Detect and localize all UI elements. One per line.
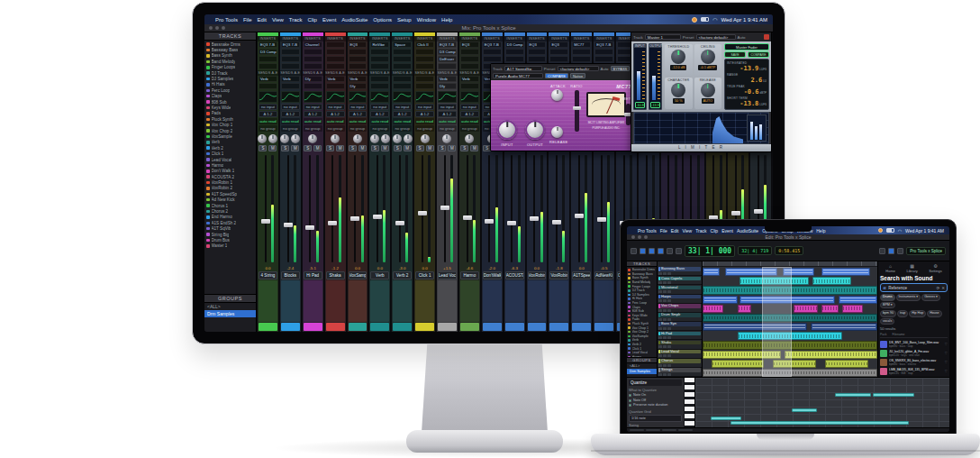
rsm-button[interactable] (667, 345, 671, 348)
tag-chip[interactable]: trap (897, 310, 908, 317)
fader-cap[interactable] (731, 211, 740, 215)
audio-clip[interactable] (825, 360, 869, 368)
solo-button[interactable]: S (349, 145, 357, 151)
favorite-icon[interactable]: ♡ (944, 351, 948, 355)
midi-note[interactable] (711, 417, 741, 420)
channel-name[interactable]: AdNewKick (594, 271, 613, 279)
limiter-knob-threshold[interactable]: THRESHOLD-12.0 dB (665, 44, 693, 76)
rsm-button[interactable] (667, 354, 671, 357)
channel-name[interactable]: Hi Pad (304, 271, 322, 279)
mixer-strip[interactable]: INSERTS A-EEQ3···SENDS A-EVerbDlyno inpu… (348, 32, 369, 332)
track-header[interactable]: Chorus (658, 359, 702, 368)
menu-view[interactable]: View (272, 17, 284, 23)
pan-knob[interactable] (442, 134, 451, 143)
audio-clip[interactable] (703, 323, 807, 331)
ratio-slider[interactable] (575, 90, 579, 132)
insert-slot[interactable]: EQ3 (460, 41, 479, 48)
rsm-button[interactable] (658, 373, 662, 376)
track-list[interactable]: Bassnake DrmsBassway BassBass SynthBand … (204, 41, 256, 294)
rsm-button[interactable] (663, 299, 667, 302)
comments-block[interactable] (460, 280, 479, 322)
insert-slot[interactable]: · (438, 63, 457, 69)
mute-button[interactable]: M (426, 145, 434, 151)
insert-slot[interactable]: EQ3 7-B (259, 41, 277, 48)
preset-selector[interactable]: <factory default> (696, 34, 736, 40)
sample-result-row[interactable]: DS_BNT_100_Bass_Loop_Slim.wavbpm90 · bas… (880, 340, 948, 348)
screen-record-icon[interactable] (878, 228, 883, 233)
output-selector[interactable]: A 1-2 (349, 111, 368, 117)
solo-button[interactable]: S (259, 145, 267, 151)
limiter-knob-character[interactable]: CHARACTER50 % (665, 78, 693, 109)
track-header-name[interactable]: Shaka (658, 341, 701, 345)
mute-button[interactable]: M (448, 145, 456, 151)
send-slot[interactable]: · (370, 76, 389, 82)
menu-help[interactable]: Help (441, 17, 452, 23)
audio-clip[interactable] (703, 296, 738, 304)
rsm-button[interactable] (663, 336, 667, 339)
eq-curve-thumbnail[interactable] (326, 91, 345, 103)
audio-clip[interactable] (812, 277, 851, 285)
insert-slot[interactable]: · (349, 56, 368, 62)
fader-cap[interactable] (373, 215, 382, 219)
insert-slot[interactable]: · (259, 56, 277, 62)
track-header-name[interactable]: Hi Pad (658, 332, 701, 336)
mixer-strip[interactable]: INSERTS A-E····SENDS A-EVerb·no inputA 1… (325, 32, 347, 332)
send-slot[interactable]: · (370, 83, 389, 89)
insert-slot[interactable]: · (528, 49, 547, 55)
selection-counter[interactable]: 0:58.415 (775, 246, 803, 255)
insert-slot[interactable]: EQ3 (528, 41, 547, 48)
insert-slot[interactable]: · (505, 49, 524, 55)
insert-slot[interactable]: · (281, 49, 300, 55)
channel-name[interactable]: Lead Vocal (438, 271, 457, 279)
piano-keys[interactable] (685, 378, 695, 427)
tag-chip[interactable]: bpm 90 (880, 310, 896, 317)
insert-slot[interactable]: · (549, 56, 568, 62)
mixer-strip[interactable]: INSERTS A-EReVibe···SENDS A-E··no inputA… (369, 32, 391, 332)
comments-block[interactable] (505, 280, 524, 322)
track-header-name[interactable]: Harps (658, 295, 701, 299)
splice-tab-settings[interactable]: ⚙Settings (929, 263, 941, 273)
track-header[interactable]: Shaka (658, 340, 702, 349)
solo-button[interactable]: S (460, 145, 468, 151)
sample-result-row[interactable]: JU_los120_glitter_A_Fm.wavbpm120 · keys … (880, 349, 948, 357)
track-list-item[interactable]: Bassway Bass (628, 272, 656, 277)
scrubber-tool[interactable] (667, 248, 673, 254)
comments-block[interactable] (326, 280, 345, 322)
solo-button[interactable]: S (371, 145, 379, 151)
grabber-tool[interactable] (658, 248, 664, 254)
menu-pro-tools[interactable]: Pro Tools (215, 17, 238, 23)
insert-slot[interactable]: ReVibe (370, 41, 389, 48)
send-slot[interactable]: Verb (460, 76, 479, 82)
release-knob[interactable] (551, 126, 563, 138)
rsm-button[interactable] (667, 336, 671, 339)
input-selector[interactable]: no input (259, 104, 277, 110)
pan-knob[interactable] (280, 134, 289, 143)
track-header-name[interactable]: Chorus (658, 359, 701, 363)
audio-clip[interactable] (738, 305, 752, 313)
audio-clip[interactable] (821, 305, 839, 313)
rsm-button[interactable] (658, 290, 662, 293)
output-selector[interactable]: A 1-2 (415, 111, 434, 117)
rsm-button[interactable] (663, 281, 667, 284)
tag-chip[interactable]: vocals (880, 318, 894, 325)
rsm-button[interactable] (658, 318, 662, 321)
eq-curve-thumbnail[interactable] (259, 91, 277, 103)
rsm-button[interactable] (663, 318, 667, 321)
rsm-button[interactable] (667, 281, 671, 284)
menu-event[interactable]: Event (322, 17, 336, 23)
sub-counter[interactable]: 32| 4| 719 (738, 246, 772, 255)
menu-track[interactable]: Track (695, 228, 706, 234)
mixer-strip[interactable]: INSERTS A-ESpace···SENDS A-E··no inputA … (392, 32, 413, 332)
track-header[interactable]: Casa Capela (658, 276, 702, 285)
input-selector[interactable]: no input (326, 104, 345, 110)
output-selector[interactable]: A 1-2 (460, 111, 479, 117)
track-header-name[interactable]: Strings (658, 368, 701, 372)
pan-knob[interactable] (353, 134, 362, 143)
track-header[interactable]: Harps (658, 295, 702, 304)
menu-window[interactable]: Window (417, 17, 436, 23)
automation-mode[interactable]: auto read (393, 118, 412, 124)
insert-slot[interactable]: · (349, 63, 368, 69)
transport-rewind[interactable] (879, 248, 885, 254)
insert-slot[interactable]: · (594, 56, 613, 62)
eq-curve-thumbnail[interactable] (281, 91, 300, 103)
